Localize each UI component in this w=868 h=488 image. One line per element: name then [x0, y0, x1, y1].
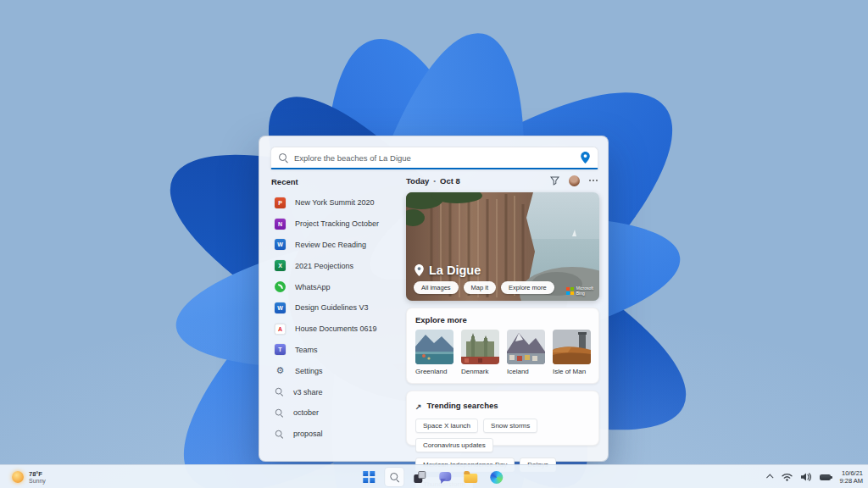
- hero-buttons: All images Map it Explore more: [414, 281, 554, 294]
- today-label-group: Today • Oct 8: [406, 176, 460, 186]
- trending-title: Trending searches: [427, 401, 498, 410]
- word-file-icon: [275, 302, 286, 313]
- recent-item[interactable]: 2021 Peojections: [271, 255, 405, 276]
- recent-item[interactable]: New York Summit 2020: [271, 192, 405, 214]
- recent-item[interactable]: v3 share: [271, 381, 405, 402]
- search-icon: [390, 473, 399, 482]
- recent-item[interactable]: proposal: [271, 424, 405, 445]
- greenland-thumbnail[interactable]: [415, 330, 453, 364]
- recent-item-label: Teams: [295, 346, 318, 354]
- weather-text: 78°F Sunny: [29, 470, 46, 484]
- weather-condition: Sunny: [29, 478, 46, 484]
- task-view-button[interactable]: [410, 468, 429, 486]
- recent-item[interactable]: Settings: [271, 360, 405, 381]
- today-label: Today: [406, 176, 429, 186]
- recent-item-label: Project Tracking October: [295, 219, 379, 228]
- explore-item-isle-of-man[interactable]: Isle of Man: [553, 330, 591, 375]
- filter-icon[interactable]: [550, 176, 559, 186]
- trending-pill[interactable]: Snow storms: [483, 419, 537, 433]
- all-images-button[interactable]: All images: [414, 281, 459, 294]
- trending-header: Trending searches: [415, 397, 590, 413]
- system-tray: 10/6/21 9:28 AM: [768, 465, 863, 488]
- microsoft-logo-icon: [566, 287, 574, 295]
- denmark-thumbnail[interactable]: [461, 330, 499, 364]
- iceland-thumbnail[interactable]: [507, 330, 545, 364]
- weather-temperature: 78°F: [29, 470, 46, 478]
- recent-item-label: Settings: [295, 367, 323, 375]
- avatar[interactable]: [569, 175, 580, 186]
- recent-item[interactable]: Review Dec Reading: [271, 235, 405, 256]
- recent-item[interactable]: october: [271, 402, 405, 424]
- bing-brand: Microsoft Bing: [566, 286, 593, 296]
- file-explorer-button[interactable]: [461, 468, 480, 486]
- location-pin-icon[interactable]: [581, 152, 590, 164]
- edge-button[interactable]: [487, 468, 505, 486]
- explore-more-title: Explore more: [415, 315, 590, 324]
- pdf-file-icon: [275, 324, 286, 335]
- recent-item[interactable]: WhatsApp: [271, 276, 405, 297]
- search-panel: Recent New York Summit 2020 Project Trac…: [259, 136, 609, 462]
- word-file-icon: [275, 239, 286, 250]
- recent-item-label: New York Summit 2020: [295, 198, 375, 207]
- task-view-icon: [414, 471, 426, 483]
- search-input[interactable]: [294, 153, 575, 163]
- today-header: Today • Oct 8: [406, 174, 599, 187]
- trending-pill[interactable]: Space X launch: [415, 419, 478, 433]
- recent-title: Recent: [271, 177, 405, 186]
- map-it-button[interactable]: Map it: [464, 281, 496, 294]
- hero-title-group: La Digue: [415, 263, 481, 277]
- recent-item-label: Review Dec Reading: [295, 241, 366, 249]
- trending-card: Trending searches Space X launch Snow st…: [406, 391, 599, 446]
- weather-widget[interactable]: 78°F Sunny: [7, 465, 51, 488]
- recent-item-label: Design Guidelines V3: [295, 303, 369, 312]
- clock-date: 10/6/21: [839, 469, 863, 477]
- recent-item[interactable]: Teams: [271, 340, 405, 361]
- search-icon: [275, 409, 283, 417]
- start-button[interactable]: [359, 468, 378, 486]
- explore-item-greenland[interactable]: Greenland: [415, 330, 453, 375]
- clock-widget[interactable]: 10/6/21 9:28 AM: [839, 469, 863, 485]
- search-box[interactable]: [270, 147, 598, 169]
- battery-icon[interactable]: [820, 474, 831, 480]
- taskbar-center-icons: [359, 465, 505, 488]
- recent-item-label: v3 share: [293, 388, 323, 396]
- hero-card[interactable]: La Digue All images Map it Explore more …: [406, 192, 599, 301]
- sun-icon: [12, 471, 24, 483]
- explore-item-denmark[interactable]: Denmark: [461, 330, 499, 375]
- excel-file-icon: [275, 260, 286, 271]
- chevron-up-icon[interactable]: [767, 474, 774, 480]
- more-options-icon[interactable]: [589, 180, 599, 181]
- search-icon: [275, 430, 283, 437]
- isle-of-man-thumbnail[interactable]: [553, 330, 591, 364]
- location-pin-icon: [415, 264, 424, 276]
- explore-thumbnails: Greenland: [415, 330, 590, 375]
- trending-arrow-icon: [415, 397, 422, 413]
- recent-item[interactable]: Project Tracking October: [271, 214, 405, 235]
- recent-item[interactable]: House Documents 0619: [271, 319, 405, 340]
- explore-item-label: Isle of Man: [553, 368, 591, 375]
- trending-pill[interactable]: Coronavirus updates: [415, 438, 493, 452]
- today-actions: [550, 175, 599, 186]
- recent-section: Recent New York Summit 2020 Project Trac…: [271, 177, 405, 445]
- today-section: Today • Oct 8: [406, 174, 599, 187]
- bing-brand-text: Microsoft Bing: [576, 286, 593, 296]
- hero-title: La Digue: [429, 263, 481, 277]
- taskbar: 78°F Sunny: [0, 464, 868, 488]
- volume-icon[interactable]: [801, 473, 811, 481]
- chat-button[interactable]: [436, 468, 454, 486]
- explore-item-label: Iceland: [507, 368, 545, 375]
- desktop: Recent New York Summit 2020 Project Trac…: [0, 0, 868, 488]
- recent-list: New York Summit 2020 Project Tracking Oc…: [271, 192, 405, 445]
- today-separator: •: [433, 177, 436, 185]
- recent-item-label: october: [293, 408, 319, 417]
- search-icon: [279, 153, 288, 163]
- recent-item[interactable]: Design Guidelines V3: [271, 297, 405, 319]
- teams-icon: [275, 344, 286, 355]
- search-taskbar-button[interactable]: [385, 468, 403, 486]
- wifi-icon[interactable]: [782, 473, 793, 481]
- gear-icon: [275, 365, 286, 376]
- today-date: Oct 8: [440, 176, 460, 186]
- explore-item-iceland[interactable]: Iceland: [507, 330, 545, 375]
- explore-more-button[interactable]: Explore more: [501, 281, 554, 294]
- onenote-file-icon: [275, 219, 286, 230]
